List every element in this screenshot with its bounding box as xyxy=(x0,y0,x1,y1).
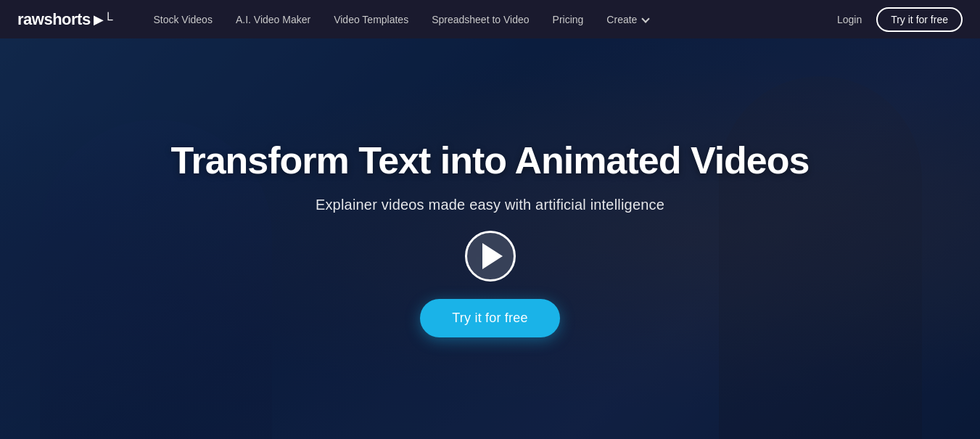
try-it-free-hero-button[interactable]: Try it for free xyxy=(420,299,559,337)
play-icon xyxy=(482,243,503,269)
navbar: rawshorts ▶└ Stock Videos A.I. Video Mak… xyxy=(0,0,980,38)
logo[interactable]: rawshorts ▶└ xyxy=(17,10,112,29)
nav-item-create[interactable]: Create xyxy=(595,0,660,38)
nav-item-stock-videos[interactable]: Stock Videos xyxy=(141,0,223,38)
nav-item-spreadsheet-to-video[interactable]: Spreadsheet to Video xyxy=(420,0,540,38)
hero-subtitle: Explainer videos made easy with artifici… xyxy=(316,197,664,213)
nav-actions: Login Try it for free xyxy=(831,7,963,32)
nav-links: Stock Videos A.I. Video Maker Video Temp… xyxy=(141,0,831,38)
nav-item-pricing[interactable]: Pricing xyxy=(541,0,596,38)
logo-icon: ▶└ xyxy=(94,12,113,28)
login-link[interactable]: Login xyxy=(831,14,868,25)
nav-item-video-templates[interactable]: Video Templates xyxy=(322,0,420,38)
try-it-free-nav-button[interactable]: Try it for free xyxy=(876,7,963,32)
logo-text: rawshorts xyxy=(17,10,91,29)
play-button[interactable] xyxy=(465,231,516,282)
chevron-down-icon xyxy=(642,15,650,22)
nav-item-ai-video-maker[interactable]: A.I. Video Maker xyxy=(224,0,322,38)
hero-content: Transform Text into Animated Videos Expl… xyxy=(0,38,980,439)
hero-title: Transform Text into Animated Videos xyxy=(171,140,810,181)
hero-section: Transform Text into Animated Videos Expl… xyxy=(0,38,980,439)
